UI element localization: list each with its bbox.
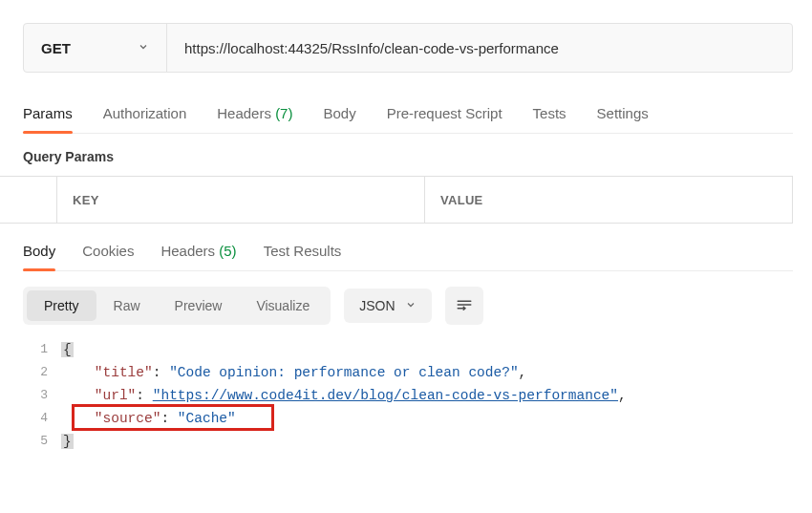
json-key-title: "title" bbox=[95, 365, 153, 380]
http-method-dropdown[interactable]: GET bbox=[24, 24, 167, 72]
seg-raw[interactable]: Raw bbox=[96, 290, 158, 321]
json-val-source: "Cache" bbox=[178, 411, 236, 426]
code-line: "url": "https://www.code4it.dev/blog/cle… bbox=[61, 384, 793, 407]
code-line: "source": "Cache" bbox=[61, 407, 793, 430]
response-body-code[interactable]: 1 2 3 4 5 { "title": "Code opinion: perf… bbox=[23, 338, 793, 453]
request-tabs: Params Authorization Headers (7) Body Pr… bbox=[23, 105, 793, 134]
body-view-segmented: Pretty Raw Preview Visualize bbox=[23, 287, 331, 325]
body-view-controls: Pretty Raw Preview Visualize JSON bbox=[23, 287, 793, 325]
comma: , bbox=[519, 365, 527, 380]
request-url-field[interactable] bbox=[167, 24, 792, 72]
query-params-heading: Query Params bbox=[23, 134, 793, 176]
http-method-label: GET bbox=[41, 40, 71, 56]
seg-pretty[interactable]: Pretty bbox=[27, 290, 96, 321]
code-line: } bbox=[61, 430, 793, 453]
request-bar: GET bbox=[23, 23, 793, 73]
seg-visualize[interactable]: Visualize bbox=[239, 290, 327, 321]
colon: : bbox=[136, 388, 152, 403]
json-key-url: "url" bbox=[95, 388, 137, 403]
comma: , bbox=[618, 388, 627, 403]
col-value: VALUE bbox=[424, 177, 792, 223]
seg-preview[interactable]: Preview bbox=[158, 290, 240, 321]
tab-pre-request[interactable]: Pre-request Script bbox=[387, 105, 502, 133]
json-val-title: "Code opinion: performance or clean code… bbox=[169, 365, 518, 380]
tab-headers-count: (7) bbox=[275, 105, 292, 121]
response-tabs: Body Cookies Headers (5) Test Results bbox=[23, 243, 793, 271]
brace-open: { bbox=[61, 342, 74, 357]
tab-headers-label: Headers bbox=[217, 105, 271, 121]
resp-tab-test-results[interactable]: Test Results bbox=[264, 243, 342, 270]
line-num: 1 bbox=[23, 338, 48, 361]
colon: : bbox=[153, 365, 169, 380]
code-line: "title": "Code opinion: performance or c… bbox=[61, 361, 793, 384]
col-key: KEY bbox=[57, 193, 424, 207]
table-gutter bbox=[0, 177, 57, 223]
line-gutter: 1 2 3 4 5 bbox=[23, 338, 61, 453]
tab-headers[interactable]: Headers (7) bbox=[217, 105, 292, 133]
line-num: 5 bbox=[23, 430, 48, 453]
line-num: 2 bbox=[23, 361, 48, 384]
chevron-down-icon bbox=[405, 299, 417, 313]
line-num: 3 bbox=[23, 384, 48, 407]
tab-settings[interactable]: Settings bbox=[597, 105, 649, 133]
request-url-input[interactable] bbox=[184, 40, 775, 56]
resp-tab-headers[interactable]: Headers (5) bbox=[160, 243, 236, 270]
tab-tests[interactable]: Tests bbox=[533, 105, 566, 133]
code-lines: { "title": "Code opinion: performance or… bbox=[61, 338, 793, 453]
line-num: 4 bbox=[23, 407, 48, 430]
resp-tab-headers-count: (5) bbox=[219, 243, 236, 259]
resp-tab-cookies[interactable]: Cookies bbox=[82, 243, 134, 270]
body-format-dropdown[interactable]: JSON bbox=[344, 289, 431, 323]
tab-authorization[interactable]: Authorization bbox=[103, 105, 187, 133]
resp-tab-headers-label: Headers bbox=[160, 243, 215, 259]
json-key-source: "source" bbox=[95, 411, 161, 426]
code-line: { bbox=[61, 338, 793, 361]
wrap-icon bbox=[456, 296, 473, 316]
chevron-down-icon bbox=[138, 41, 149, 55]
tab-req-body[interactable]: Body bbox=[323, 105, 355, 133]
body-format-label: JSON bbox=[359, 298, 395, 313]
tab-params[interactable]: Params bbox=[23, 105, 73, 133]
colon: : bbox=[160, 411, 177, 426]
brace-close: } bbox=[61, 434, 74, 449]
query-params-table: KEY VALUE bbox=[0, 176, 793, 224]
wrap-lines-button[interactable] bbox=[445, 287, 483, 325]
table-header-row: KEY VALUE bbox=[57, 177, 792, 223]
resp-tab-body[interactable]: Body bbox=[23, 243, 55, 270]
json-val-url: "https://www.code4it.dev/blog/clean-code… bbox=[153, 388, 618, 403]
